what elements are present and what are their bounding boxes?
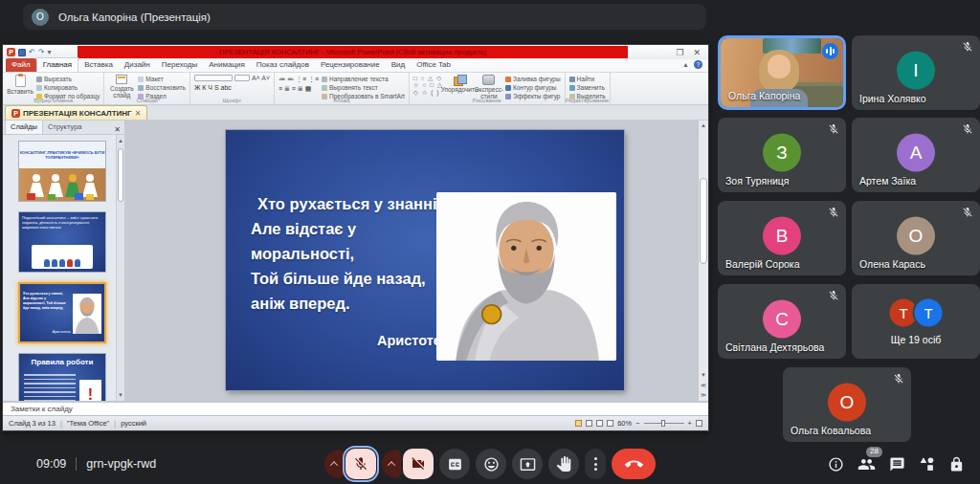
document-tab[interactable]: P ПРЕЗЕНТАЦІЯ КОНСАЛТИНГ ✕ xyxy=(5,105,147,120)
lock-icon xyxy=(948,456,965,473)
ppt-titlebar[interactable]: P ↶ ↷ ▾ ПРЕЗЕНТАЦІЯ КОНСАЛТИНГ - Microso… xyxy=(3,45,708,59)
panel-close-icon[interactable]: ✕ xyxy=(114,125,122,134)
reset-button[interactable]: Восстановить xyxy=(138,84,186,91)
zoom-slider[interactable] xyxy=(644,423,684,424)
participant-tile-olga-kaporina[interactable]: Ольга Капоріна xyxy=(718,35,846,110)
slides-panel: Слайды Структура ✕ 1 КОНСАЛТИНГ-ПРАКТИКУ… xyxy=(3,121,125,401)
slide-scrollbar[interactable]: ▲ ▼ ≪ ≫ xyxy=(698,121,708,401)
layout-button[interactable]: Макет xyxy=(138,76,186,82)
reactions-button[interactable] xyxy=(476,449,506,479)
list-buttons[interactable]: ≔ ≕ ⋮≡ ⋮≡ xyxy=(278,76,319,83)
meeting-details-button[interactable] xyxy=(828,456,844,473)
new-slide-icon xyxy=(116,75,127,84)
text-direction-button[interactable]: Направление текста xyxy=(322,76,405,82)
qat-dropdown-icon[interactable]: ▾ xyxy=(47,49,51,56)
participant-name: Світлана Дехтярьова xyxy=(725,341,824,353)
participant-tile-olena-karas[interactable]: О Олена Карась xyxy=(852,201,980,275)
slide-notes-field[interactable]: Заметки к слайду xyxy=(3,401,708,415)
camera-off-button[interactable] xyxy=(403,449,434,479)
quick-access-toolbar[interactable]: P ↶ ↷ ▾ xyxy=(7,48,51,56)
replace-button[interactable]: Заменить xyxy=(569,84,606,91)
present-button[interactable] xyxy=(512,449,543,479)
slide-thumbnail-3-selected[interactable]: 3 Хто рухається у знанні, Але відстає у … xyxy=(18,282,106,343)
close-window-button[interactable]: ✕ xyxy=(693,48,701,57)
paste-button[interactable]: Вставить xyxy=(7,75,33,95)
font-style-buttons[interactable]: Ж К Ч S abc xyxy=(194,84,232,91)
slide-sorter-view-button[interactable] xyxy=(586,420,592,427)
mic-off-icon xyxy=(962,41,973,53)
shapes-gallery[interactable]: □ ○ △ ◇ ☆ ○ □ △ ◇ ☆ ( ) xyxy=(413,75,443,96)
mic-off-icon xyxy=(962,123,973,135)
overflow-participants-tile[interactable]: Т Т Ще 19 осіб xyxy=(852,284,980,359)
tab-design[interactable]: Дизайн xyxy=(119,58,156,72)
shape-outline-button[interactable]: Контур фигуры xyxy=(505,84,561,91)
slide-thumbnail-2[interactable]: 2 Педагогічний консалтинг – зміст сучасн… xyxy=(18,211,106,273)
theme-name: "Тема Office" xyxy=(67,419,110,428)
tab-office-tab[interactable]: Office Tab xyxy=(411,58,457,72)
slide-thumbnail-4[interactable]: 4 Правила роботи ! xyxy=(18,353,106,401)
document-tab-close-icon[interactable]: ✕ xyxy=(135,109,142,118)
avatar: Т xyxy=(913,297,945,328)
captions-button[interactable] xyxy=(439,449,470,479)
participant-tile-artem-zaika[interactable]: А Артем Заїка xyxy=(852,118,980,192)
ribbon-group-clipboard: Вставить Вырезать Копировать Формат по о… xyxy=(3,73,104,104)
tab-insert[interactable]: Вставка xyxy=(78,58,119,72)
participant-tile-zoia-turianytsia[interactable]: З Зоя Туряниця xyxy=(718,118,846,192)
participant-name: Олена Карась xyxy=(859,258,925,270)
fit-to-window-button[interactable] xyxy=(696,420,702,427)
language-indicator[interactable]: русский xyxy=(121,419,146,428)
panel-tab-outline[interactable]: Структура xyxy=(43,121,87,134)
slides-panel-scrollbar[interactable]: ▲ ▼ xyxy=(116,135,124,401)
chat-button[interactable] xyxy=(889,456,905,473)
restore-window-button[interactable]: ❐ xyxy=(676,48,683,57)
tab-view[interactable]: Вид xyxy=(386,58,411,72)
panel-tab-slides[interactable]: Слайды xyxy=(5,120,43,134)
shape-fill-button[interactable]: Заливка фигуры xyxy=(505,76,561,82)
slideshow-view-button[interactable] xyxy=(607,420,613,427)
activities-button[interactable] xyxy=(919,456,935,473)
participant-tile-iryna-kholiavko[interactable]: І Ірина Холявко xyxy=(852,35,980,110)
copy-button[interactable]: Копировать xyxy=(36,84,100,91)
thumbnail-1-image xyxy=(19,168,105,201)
mic-options-button[interactable] xyxy=(324,450,344,478)
host-controls-button[interactable] xyxy=(948,456,965,473)
camera-off-icon xyxy=(411,456,426,472)
tab-slideshow[interactable]: Показ слайдов xyxy=(251,58,315,72)
quick-styles-button[interactable]: Экспресс-стили xyxy=(476,75,502,99)
arrange-button[interactable]: Упорядочить xyxy=(446,75,473,93)
new-slide-button[interactable]: Создать слайд xyxy=(108,75,135,99)
participants-button[interactable]: 28 xyxy=(858,455,876,473)
cut-button[interactable]: Вырезать xyxy=(36,76,100,82)
more-options-button[interactable] xyxy=(585,449,606,479)
tab-file[interactable]: Файл xyxy=(6,58,36,72)
current-slide[interactable]: Хто рухається у знанні, Але відстає у мо… xyxy=(226,130,624,390)
slide-thumbnail-1[interactable]: 1 КОНСАЛТИНГ-ПРАКТИКУМ «ВЧИМОСЬ БУТИ ТОЛ… xyxy=(18,141,106,202)
zoom-in-button[interactable]: + xyxy=(688,419,692,428)
reading-view-button[interactable] xyxy=(596,420,603,427)
participant-tile-olga-kovalova[interactable]: О Ольга Ковальова xyxy=(783,367,911,442)
redo-icon[interactable]: ↷ xyxy=(38,49,45,56)
minimize-ribbon-icon[interactable]: ▲ xyxy=(682,61,689,68)
tab-transitions[interactable]: Переходы xyxy=(156,58,204,72)
align-buttons[interactable]: ≡ ≣ ≡ ≣ ▦ xyxy=(278,85,319,93)
activities-shapes-icon xyxy=(919,456,935,473)
chat-icon xyxy=(889,456,905,473)
camera-options-button[interactable] xyxy=(382,450,401,478)
raise-hand-button[interactable] xyxy=(548,449,579,479)
tab-home[interactable]: Главная xyxy=(36,57,78,72)
mic-mute-button[interactable] xyxy=(345,449,376,479)
tab-review[interactable]: Рецензирование xyxy=(315,58,386,72)
help-icon[interactable]: ? xyxy=(694,60,702,69)
find-button[interactable]: Найти xyxy=(569,76,606,82)
zoom-out-button[interactable]: − xyxy=(635,419,639,428)
normal-view-button[interactable] xyxy=(575,420,582,427)
undo-icon[interactable]: ↶ xyxy=(29,49,35,56)
participant-tile-valerii-soroka[interactable]: В Валерій Сорока xyxy=(718,201,846,275)
hand-icon xyxy=(556,456,571,472)
ribbon-group-paragraph: ≔ ≕ ⋮≡ ⋮≡ ≡ ≣ ≡ ≣ ▦ Направление текста В… xyxy=(275,73,410,104)
leave-call-button[interactable] xyxy=(612,449,656,479)
align-text-button[interactable]: Выровнять текст xyxy=(322,84,405,91)
participant-tile-svitlana-dekhtiarova[interactable]: С Світлана Дехтярьова xyxy=(718,284,846,359)
tab-animations[interactable]: Анимация xyxy=(203,58,251,72)
save-icon[interactable] xyxy=(18,49,26,56)
